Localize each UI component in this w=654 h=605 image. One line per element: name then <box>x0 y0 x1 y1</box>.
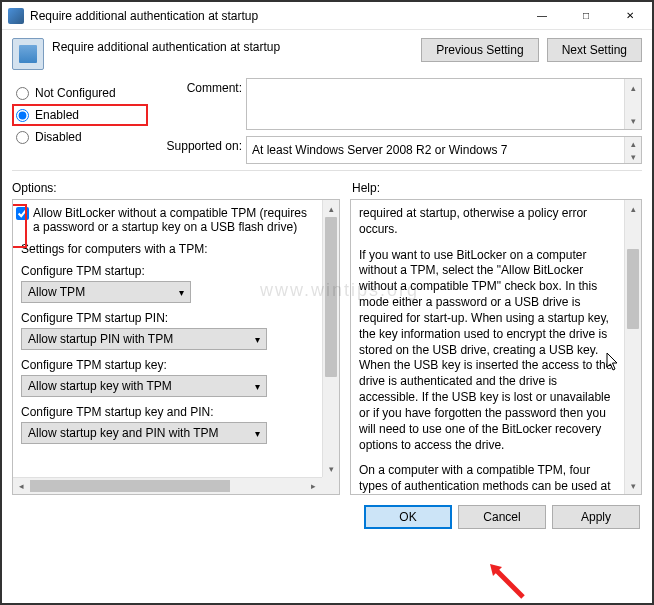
next-setting-button[interactable]: Next Setting <box>547 38 642 62</box>
policy-title: Require additional authentication at sta… <box>52 38 421 54</box>
radio-enabled-input[interactable] <box>16 109 29 122</box>
tpm-pin-dropdown[interactable]: Allow startup PIN with TPM ▾ <box>21 328 267 350</box>
radio-disabled-label: Disabled <box>35 130 82 144</box>
help-p2: If you want to use BitLocker on a comput… <box>359 248 616 454</box>
close-button[interactable]: ✕ <box>608 2 652 30</box>
app-icon <box>8 8 24 24</box>
tpm-key-dropdown[interactable]: Allow startup key with TPM ▾ <box>21 375 267 397</box>
supported-label: Supported on: <box>156 136 242 153</box>
chevron-down-icon: ▾ <box>248 334 266 345</box>
options-heading: Options: <box>12 181 342 195</box>
titlebar: Require additional authentication at sta… <box>2 2 652 30</box>
panels: Allow BitLocker without a compatible TPM… <box>2 199 652 495</box>
supported-value: At least Windows Server 2008 R2 or Windo… <box>247 140 512 160</box>
tpm-keypin-dropdown[interactable]: Allow startup key and PIN with TPM ▾ <box>21 422 267 444</box>
options-vscrollbar[interactable]: ▴ ▾ <box>322 200 339 477</box>
comment-field[interactable]: ▴▾ <box>246 78 642 130</box>
annotation-arrow-icon <box>488 562 528 600</box>
config-section: Not Configured Enabled Disabled Comment:… <box>2 78 652 170</box>
state-radios: Not Configured Enabled Disabled <box>12 78 148 164</box>
supported-field: At least Windows Server 2008 R2 or Windo… <box>246 136 642 164</box>
highlight-frame <box>13 204 27 248</box>
help-p1: required at startup, otherwise a policy … <box>359 206 616 238</box>
dialog-buttons: OK Cancel Apply <box>2 495 652 539</box>
scrollbar-thumb[interactable] <box>627 249 639 329</box>
radio-not-configured-input[interactable] <box>16 87 29 100</box>
tpm-startup-label: Configure TPM startup: <box>21 264 314 278</box>
supported-scrollbar[interactable]: ▴▾ <box>624 137 641 163</box>
tpm-pin-value: Allow startup PIN with TPM <box>22 332 248 346</box>
options-hscrollbar[interactable]: ◂ ▸ <box>13 477 322 494</box>
options-panel: Allow BitLocker without a compatible TPM… <box>12 199 340 495</box>
scroll-corner <box>322 477 339 494</box>
panel-labels: Options: Help: <box>2 171 652 199</box>
header-row: Require additional authentication at sta… <box>2 30 652 78</box>
minimize-button[interactable]: — <box>520 2 564 30</box>
chevron-down-icon: ▾ <box>172 287 190 298</box>
tpm-pin-label: Configure TPM startup PIN: <box>21 311 314 325</box>
radio-enabled-label: Enabled <box>35 108 79 122</box>
tpm-key-label: Configure TPM startup key: <box>21 358 314 372</box>
tpm-key-value: Allow startup key with TPM <box>22 379 248 393</box>
ok-button[interactable]: OK <box>364 505 452 529</box>
radio-not-configured-label: Not Configured <box>35 86 116 100</box>
comment-scrollbar[interactable]: ▴▾ <box>624 79 641 129</box>
comment-label: Comment: <box>156 78 242 95</box>
allow-no-tpm-row[interactable]: Allow BitLocker without a compatible TPM… <box>15 206 314 234</box>
tpm-startup-value: Allow TPM <box>22 285 172 299</box>
chevron-down-icon: ▾ <box>248 381 266 392</box>
tpm-keypin-value: Allow startup key and PIN with TPM <box>22 426 248 440</box>
apply-button[interactable]: Apply <box>552 505 640 529</box>
maximize-button[interactable]: □ <box>564 2 608 30</box>
previous-setting-button[interactable]: Previous Setting <box>421 38 538 62</box>
help-vscrollbar[interactable]: ▴ ▾ <box>624 200 641 494</box>
radio-not-configured[interactable]: Not Configured <box>12 82 148 104</box>
radio-disabled-input[interactable] <box>16 131 29 144</box>
scrollbar-thumb[interactable] <box>325 217 337 377</box>
allow-no-tpm-label: Allow BitLocker without a compatible TPM… <box>33 206 314 234</box>
window-title: Require additional authentication at sta… <box>30 9 520 23</box>
help-heading: Help: <box>352 181 380 195</box>
tpm-startup-dropdown[interactable]: Allow TPM ▾ <box>21 281 191 303</box>
cancel-button[interactable]: Cancel <box>458 505 546 529</box>
radio-disabled[interactable]: Disabled <box>12 126 148 148</box>
help-panel: required at startup, otherwise a policy … <box>350 199 642 495</box>
scrollbar-thumb[interactable] <box>30 480 230 492</box>
help-p3: On a computer with a compatible TPM, fou… <box>359 463 616 494</box>
tpm-settings-heading: Settings for computers with a TPM: <box>21 242 314 256</box>
tpm-keypin-label: Configure TPM startup key and PIN: <box>21 405 314 419</box>
comment-value <box>247 79 641 85</box>
chevron-down-icon: ▾ <box>248 428 266 439</box>
policy-icon <box>12 38 44 70</box>
radio-enabled[interactable]: Enabled <box>12 104 148 126</box>
